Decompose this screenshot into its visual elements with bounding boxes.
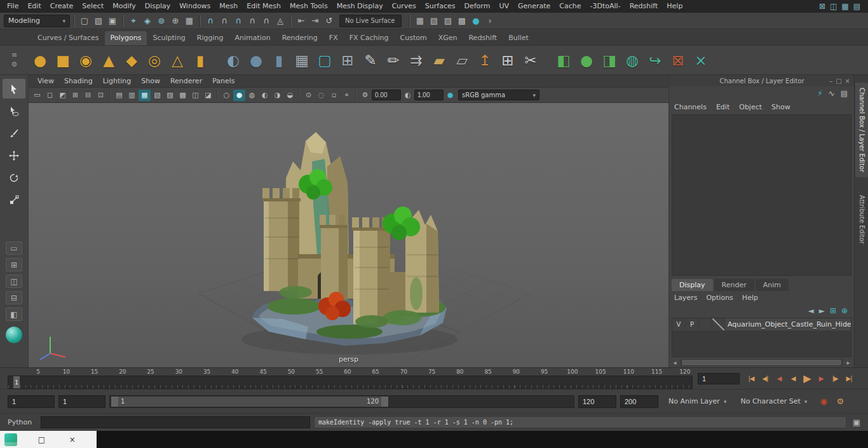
shelf-tab-rendering[interactable]: Rendering — [276, 31, 323, 45]
lasso-tool-button[interactable] — [3, 101, 25, 121]
animation-start-field[interactable] — [8, 395, 55, 408]
panel-menu-renderer[interactable]: Renderer — [165, 77, 207, 85]
castle-ruin-model[interactable] — [29, 103, 668, 367]
selection-mask-icon[interactable]: ▦ — [183, 15, 196, 27]
play-backwards-button[interactable]: ◀ — [787, 372, 799, 385]
step-back-frame-button[interactable]: ◀ — [773, 372, 785, 385]
shelf-gear-icon[interactable]: ⚙ — [11, 61, 18, 69]
sphere-shaded-icon[interactable]: ● — [245, 48, 268, 72]
xray-icon[interactable]: ◌ — [315, 90, 327, 101]
new-layer-from-selected-icon[interactable]: ⊕ — [841, 306, 848, 315]
paint-select-tool-button[interactable] — [3, 123, 25, 143]
gamma-icon[interactable]: ◐ — [402, 90, 414, 101]
go-to-end-button[interactable]: ▶| — [843, 372, 855, 385]
menu-mesh[interactable]: Mesh — [215, 0, 242, 13]
grid-toggle-icon[interactable]: ▤ — [113, 90, 125, 101]
shelf-tab-curves-surfaces[interactable]: Curves / Surfaces — [32, 31, 105, 45]
panel-menu-shading[interactable]: Shading — [59, 77, 98, 85]
gate-mask-icon[interactable]: ◩ — [57, 90, 69, 101]
layout-three-pane-icon[interactable]: ⊟ — [6, 291, 22, 304]
new-scene-icon[interactable]: ▢ — [78, 15, 91, 27]
snap-to-view-plane-icon[interactable]: ∩ — [260, 15, 273, 27]
layers-prev-icon[interactable]: ◄ — [808, 306, 813, 315]
scale-tool-button[interactable] — [3, 190, 25, 210]
snap-to-projected-center-icon[interactable]: ∩ — [246, 15, 259, 27]
character-set-dropdown[interactable]: No Character Set ▾ — [736, 395, 811, 408]
layer-tab-display[interactable]: Display — [672, 279, 713, 291]
range-start-handle[interactable] — [111, 397, 118, 407]
shadows-icon[interactable]: ◑ — [271, 90, 283, 101]
close-panel-icon[interactable]: × — [845, 78, 850, 85]
layer-playback-toggle[interactable]: P — [686, 318, 699, 330]
field-chart-icon[interactable]: ⊞ — [69, 90, 81, 101]
play-forward-button[interactable]: ▶ — [801, 372, 813, 385]
live-surface-field[interactable]: No Live Surface — [339, 15, 402, 27]
viewport-3d[interactable]: persp — [29, 103, 668, 367]
menu-curves[interactable]: Curves — [388, 0, 421, 13]
multi-cut-icon[interactable]: ✂ — [519, 48, 542, 72]
poly-cube-icon[interactable]: ■ — [51, 48, 74, 72]
layer-row[interactable]: V P Aquarium_Object_Castle_Ruin_Hideo — [672, 318, 851, 331]
edge-flow-icon[interactable]: ⇉ — [405, 48, 428, 72]
scrollbar-track[interactable] — [681, 359, 843, 366]
all-lights-icon[interactable]: ◐ — [259, 90, 271, 101]
extrude-icon[interactable]: ↥ — [473, 48, 496, 72]
sphere-project-icon[interactable]: ◐ — [222, 48, 245, 72]
move-tool-button[interactable] — [3, 146, 25, 165]
panel-menu-view[interactable]: View — [32, 77, 59, 85]
panel-menu-show[interactable]: Show — [136, 77, 165, 85]
toon-outline-icon[interactable]: ● — [470, 15, 482, 27]
menu-mesh-display[interactable]: Mesh Display — [332, 0, 388, 13]
lattice-icon[interactable]: ⊞ — [496, 48, 519, 72]
scroll-left-icon[interactable]: ◂ — [670, 359, 679, 366]
channel-menu-show[interactable]: Show — [771, 103, 790, 111]
layout-persp-outliner-icon[interactable] — [6, 327, 22, 343]
anim-curve-icon[interactable]: ∿ — [829, 89, 835, 98]
pencil-curve-icon[interactable]: ✎ — [359, 48, 382, 72]
render-frame-icon[interactable]: ▦ — [414, 15, 426, 27]
channel-menu-edit[interactable]: Edit — [716, 103, 729, 111]
menu-select[interactable]: Select — [78, 0, 108, 13]
panel-grid-icon[interactable]: ▦ — [841, 0, 848, 13]
close-icon[interactable]: × — [66, 435, 79, 444]
maximize-icon[interactable]: □ — [35, 435, 48, 444]
channel-options-icon[interactable]: ▤ — [841, 89, 848, 98]
exposure-field[interactable] — [372, 90, 401, 100]
gamma-field[interactable] — [414, 90, 444, 100]
append-polygon-icon[interactable]: ▱ — [451, 48, 473, 72]
poly-pipe-icon[interactable]: ▮ — [189, 48, 212, 72]
shelf-tab-polygons[interactable]: Polygons — [105, 31, 147, 45]
open-scene-icon[interactable]: ▧ — [92, 15, 105, 27]
shelf-tab-fx[interactable]: FX — [323, 31, 344, 45]
range-end-handle[interactable] — [381, 397, 388, 407]
edge-loop-icon[interactable]: ↪ — [644, 48, 667, 72]
wireframe-mode-icon[interactable]: ○ — [220, 90, 233, 101]
range-slider[interactable]: 1 120 — [109, 395, 574, 408]
sequence-render-icon[interactable]: ▩ — [456, 15, 468, 27]
range-slider-bar[interactable]: 1 120 — [111, 397, 388, 407]
shelf-tab-fx-caching[interactable]: FX Caching — [344, 31, 395, 45]
add-divisions-icon[interactable]: ◨ — [598, 48, 621, 72]
channel-menu-channels[interactable]: Channels — [674, 103, 707, 111]
panel-columns-icon[interactable]: ◫ — [830, 0, 837, 13]
film-gate-toggle-icon[interactable]: ▥ — [126, 90, 138, 101]
sculpt-tool-icon[interactable]: ◍ — [621, 48, 644, 72]
status-expand-icon[interactable]: › — [484, 15, 496, 27]
screen-layout-icon[interactable]: ▤ — [853, 0, 860, 13]
shelf-tab-xgen[interactable]: XGen — [433, 31, 463, 45]
menu-generate[interactable]: Generate — [513, 0, 555, 13]
menu-3dtoall[interactable]: -3DtoAll- — [586, 0, 625, 13]
animation-end-field[interactable] — [620, 395, 658, 408]
menu-set-dropdown[interactable]: Modeling ▾ — [4, 15, 70, 27]
layers-next-icon[interactable]: ► — [819, 306, 825, 315]
menu-help[interactable]: Help — [662, 0, 687, 13]
resolution-gate-icon[interactable]: ◻ — [44, 90, 56, 101]
wireframe-on-shaded-icon[interactable]: ▨ — [164, 90, 176, 101]
select-hierarchy-icon[interactable]: ⌖ — [127, 15, 140, 27]
shelf-tab-redshift[interactable]: Redshift — [463, 31, 503, 45]
menu-edit[interactable]: Edit — [23, 0, 45, 13]
menu-redshift[interactable]: Redshift — [625, 0, 663, 13]
shelf-tab-animation[interactable]: Animation — [229, 31, 276, 45]
mirror-icon[interactable]: × — [689, 48, 712, 72]
layout-four-pane-icon[interactable]: ⊞ — [6, 258, 22, 271]
